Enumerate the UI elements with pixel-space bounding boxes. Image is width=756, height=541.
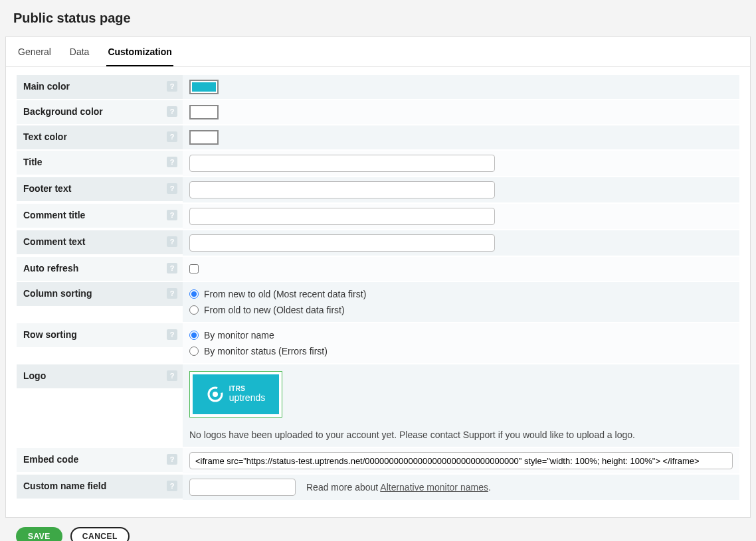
radio-new-to-old[interactable]: [189, 289, 199, 299]
label-comment-text: Comment text ?: [17, 230, 183, 254]
value-comment-text: [183, 230, 739, 256]
value-comment-title: [183, 204, 739, 229]
settings-card: General Data Customization Main color ? …: [5, 37, 751, 518]
column-sort-old-to-new[interactable]: From old to new (Oldest data first): [189, 305, 345, 315]
logo-preview[interactable]: ITRS uptrends: [189, 371, 282, 418]
label-custom-name: Custom name field ?: [17, 475, 183, 499]
form-area: Main color ? Background color ?: [6, 67, 750, 517]
help-icon[interactable]: ?: [167, 288, 177, 299]
help-icon[interactable]: ?: [167, 183, 177, 194]
help-icon[interactable]: ?: [167, 454, 177, 465]
row-main-color: Main color ?: [17, 75, 739, 99]
text-color-picker[interactable]: [189, 130, 219, 145]
footer-buttons: SAVE CANCEL: [5, 518, 751, 541]
value-main-color: [183, 75, 739, 99]
radio-by-name[interactable]: [189, 331, 199, 340]
column-sort-new-to-old[interactable]: From new to old (Most recent data first): [189, 289, 366, 299]
note-prefix: Read more about: [306, 482, 380, 493]
tab-general[interactable]: General: [17, 37, 52, 66]
label-text: Column sorting: [23, 288, 92, 299]
comment-text-input[interactable]: [189, 234, 495, 252]
value-logo: ITRS uptrends No logos have been uploade…: [183, 364, 739, 447]
value-auto-refresh: [183, 257, 739, 281]
value-title: [183, 151, 739, 176]
label-logo: Logo ?: [17, 364, 183, 388]
background-color-picker[interactable]: [189, 105, 219, 119]
comment-title-input[interactable]: [189, 208, 495, 225]
row-title: Title ?: [17, 151, 739, 176]
radio-label: By monitor name: [204, 330, 274, 341]
logo-text-bottom: uptrends: [229, 393, 265, 403]
value-custom-name: Read more about Alternative monitor name…: [183, 475, 739, 500]
value-text-color: [183, 125, 739, 149]
row-embed-code: Embed code ?: [17, 448, 739, 473]
label-text: Background color: [23, 106, 103, 117]
main-color-swatch: [192, 82, 216, 92]
row-sort-by-status[interactable]: By monitor status (Errors first): [189, 346, 328, 356]
help-icon[interactable]: ?: [167, 81, 177, 92]
help-icon[interactable]: ?: [167, 329, 177, 340]
label-text: Logo: [23, 370, 46, 381]
title-input[interactable]: [189, 155, 495, 172]
value-embed-code: [183, 448, 739, 473]
radio-old-to-new[interactable]: [189, 305, 199, 315]
help-icon[interactable]: ?: [167, 106, 177, 117]
label-text: Row sorting: [23, 329, 77, 340]
auto-refresh-checkbox[interactable]: [189, 264, 199, 273]
row-comment-text: Comment text ?: [17, 230, 739, 256]
label-comment-title: Comment title ?: [17, 204, 183, 228]
value-footer-text: [183, 177, 739, 202]
label-text: Embed code: [23, 454, 78, 465]
footer-text-input[interactable]: [189, 181, 495, 198]
help-icon[interactable]: ?: [167, 236, 177, 247]
label-row-sorting: Row sorting ?: [17, 323, 183, 347]
help-icon[interactable]: ?: [167, 157, 177, 167]
save-button[interactable]: SAVE: [16, 527, 62, 541]
help-icon[interactable]: ?: [167, 370, 177, 381]
svg-point-1: [213, 392, 218, 397]
row-sort-by-name[interactable]: By monitor name: [189, 330, 274, 341]
row-logo: Logo ? ITRS uptrends: [17, 364, 739, 447]
row-text-color: Text color ?: [17, 125, 739, 149]
label-background-color: Background color ?: [17, 100, 183, 124]
help-icon[interactable]: ?: [167, 131, 177, 142]
label-auto-refresh: Auto refresh ?: [17, 257, 183, 281]
row-background-color: Background color ?: [17, 100, 739, 124]
tab-customization[interactable]: Customization: [106, 37, 173, 66]
tabs: General Data Customization: [6, 37, 750, 67]
label-column-sorting: Column sorting ?: [17, 282, 183, 306]
label-text: Text color: [23, 131, 67, 142]
label-text: Main color: [23, 81, 70, 92]
cancel-button[interactable]: CANCEL: [70, 527, 130, 541]
radio-label: By monitor status (Errors first): [204, 346, 328, 356]
radio-by-status[interactable]: [189, 347, 199, 356]
label-text: Comment text: [23, 236, 85, 247]
custom-name-note: Read more about Alternative monitor name…: [306, 482, 491, 493]
help-icon[interactable]: ?: [167, 481, 177, 491]
embed-code-input[interactable]: [189, 452, 733, 469]
help-icon[interactable]: ?: [167, 263, 177, 273]
main-color-picker[interactable]: [189, 80, 219, 94]
logo-mark-icon: [207, 386, 224, 403]
row-auto-refresh: Auto refresh ?: [17, 257, 739, 281]
row-custom-name: Custom name field ? Read more about Alte…: [17, 475, 739, 500]
row-column-sorting: Column sorting ? From new to old (Most r…: [17, 282, 739, 322]
label-text: Footer text: [23, 183, 71, 194]
label-text: Auto refresh: [23, 263, 78, 273]
background-color-swatch: [192, 108, 216, 117]
label-text-color: Text color ?: [17, 125, 183, 149]
label-text: Title: [23, 157, 43, 167]
logo-text: ITRS uptrends: [229, 386, 265, 402]
help-icon[interactable]: ?: [167, 210, 177, 220]
label-text: Custom name field: [23, 481, 106, 491]
alternative-names-link[interactable]: Alternative monitor names: [380, 482, 488, 493]
page-title: Public status page: [5, 5, 751, 37]
label-footer-text: Footer text ?: [17, 177, 183, 201]
value-column-sorting: From new to old (Most recent data first)…: [183, 282, 739, 322]
note-suffix: .: [488, 482, 491, 493]
custom-name-input[interactable]: [189, 479, 296, 496]
radio-label: From new to old (Most recent data first): [204, 289, 366, 299]
logo-image: ITRS uptrends: [193, 374, 279, 414]
tab-data[interactable]: Data: [68, 37, 91, 66]
logo-hint: No logos have been uploaded to your acco…: [189, 429, 635, 440]
